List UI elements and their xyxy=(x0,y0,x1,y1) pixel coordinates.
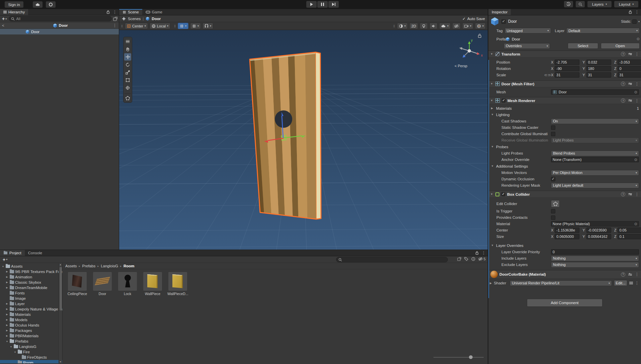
rotation-z-field[interactable]: 0 xyxy=(618,66,641,71)
transform-tool[interactable] xyxy=(124,84,131,91)
gameobject-name[interactable]: Door xyxy=(508,19,517,24)
material-foldout[interactable]: ▶ xyxy=(490,282,492,285)
contribute-gi-checkbox[interactable] xyxy=(551,132,555,136)
breadcrumb-prefabs[interactable]: Prefabs xyxy=(82,264,96,268)
box-collider-header[interactable]: ▼ Box Collider ?⋮ xyxy=(488,191,641,198)
material-menu-icon[interactable]: ⋮ xyxy=(635,281,639,285)
project-menu-icon[interactable]: ⋮ xyxy=(482,251,486,255)
component-enabled-checkbox[interactable] xyxy=(501,192,505,196)
shader-dropdown[interactable]: Universal Render Pipeline/Lit▾ xyxy=(510,280,612,286)
draw-mode-dropdown[interactable]: ▾ xyxy=(397,23,408,29)
orientation-dropdown[interactable]: Local▾ xyxy=(150,23,170,29)
prefab-select-button[interactable]: Select xyxy=(568,43,598,49)
component-menu-icon[interactable]: ⋮ xyxy=(635,192,639,197)
presets-icon[interactable] xyxy=(628,274,632,275)
scale-x-field[interactable]: 31 xyxy=(555,72,579,78)
static-dropdown-icon[interactable]: ▾ xyxy=(638,20,640,23)
scene-lighting-toggle[interactable] xyxy=(420,23,428,29)
hidden-packages-toggle[interactable]: 5 xyxy=(478,257,486,261)
camera-settings-dropdown[interactable]: ▾ xyxy=(462,23,473,29)
motion-vectors-dropdown[interactable]: Per Object Motion▾ xyxy=(551,170,639,176)
step-button[interactable] xyxy=(328,1,339,8)
edit-collider-tool[interactable] xyxy=(124,93,131,102)
scale-link-icon[interactable]: ⊂⊃ xyxy=(544,73,551,77)
tree-item[interactable]: ▼LangloisG xyxy=(0,344,62,349)
foldout-icon[interactable]: ▶ xyxy=(5,286,9,289)
foldout-icon[interactable]: ▶ xyxy=(5,335,9,337)
layout-dropdown[interactable]: Layout▾ xyxy=(614,1,638,7)
search-button[interactable] xyxy=(576,1,585,7)
cast-shadows-dropdown[interactable]: On▾ xyxy=(551,118,639,124)
asset-tile[interactable]: WallPieceD... xyxy=(167,272,188,296)
mesh-field[interactable]: Door ⊙ xyxy=(551,89,639,95)
static-checkbox[interactable] xyxy=(632,19,637,24)
play-button[interactable] xyxy=(306,1,317,8)
foldout-icon[interactable]: ▼ xyxy=(13,351,17,353)
light-probes-dropdown[interactable]: Blend Probes▾ xyxy=(551,151,639,156)
foldout-icon[interactable]: ▼ xyxy=(9,346,13,348)
static-shadow-caster-checkbox[interactable] xyxy=(551,125,555,130)
breadcrumb-scenes[interactable]: Scenes xyxy=(128,17,141,21)
breadcrumb-assets[interactable]: Assets xyxy=(65,264,77,268)
help-icon[interactable]: ? xyxy=(621,192,625,196)
breadcrumb-door[interactable]: Door xyxy=(152,17,161,21)
anchor-override-field[interactable]: None (Transform)⊙ xyxy=(551,157,639,162)
asset-tile[interactable]: Lock xyxy=(117,272,138,296)
tab-hierarchy[interactable]: Hierarchy xyxy=(0,9,28,15)
position-x-field[interactable]: -2.705 xyxy=(555,60,579,65)
tree-item[interactable]: FireObjects xyxy=(0,355,62,360)
tree-item[interactable]: ▶PBRMaterials xyxy=(0,333,62,339)
center-z-field[interactable]: 0.05 xyxy=(618,227,641,233)
tree-item[interactable]: ▶Models xyxy=(0,317,62,323)
undo-history-button[interactable] xyxy=(564,1,573,7)
hierarchy-item-door[interactable]: Door xyxy=(0,29,119,34)
component-menu-icon[interactable]: ⋮ xyxy=(635,82,639,86)
lock-icon[interactable] xyxy=(628,10,632,14)
material-header[interactable]: DoorColorBake (Material) ?⋮ xyxy=(488,270,641,279)
info-icon[interactable] xyxy=(471,257,475,261)
active-checkbox[interactable] xyxy=(501,19,506,24)
tab-project[interactable]: Project xyxy=(0,250,25,256)
view-hand-tool[interactable] xyxy=(124,46,131,53)
is-trigger-checkbox[interactable] xyxy=(551,209,555,213)
foldout-icon[interactable]: ▶ xyxy=(5,276,9,278)
prefab-picker-icon[interactable]: ⊙ xyxy=(637,37,640,41)
tag-dropdown[interactable]: Untagged▾ xyxy=(505,28,551,33)
foldout-icon[interactable]: ▶ xyxy=(5,318,9,321)
center-y-field[interactable]: -0.0023590 xyxy=(586,227,611,233)
presets-icon[interactable] xyxy=(628,100,632,101)
tree-item[interactable]: ▶DreamTeamMobile xyxy=(0,285,62,290)
pivot-dropdown[interactable]: Center▾ xyxy=(125,23,148,29)
tools-menu-button[interactable] xyxy=(124,38,131,45)
hierarchy-search-input[interactable]: All xyxy=(9,16,112,21)
asset-tile[interactable]: WallPiece xyxy=(142,272,163,296)
auto-save-toggle[interactable]: ✓Auto Save xyxy=(462,16,485,21)
tree-scrollbar[interactable]: ▲ ▼ xyxy=(59,263,62,363)
tree-item[interactable]: Fonts xyxy=(0,290,62,296)
cloud-services-button[interactable] xyxy=(33,1,43,8)
scene-audio-toggle[interactable] xyxy=(429,23,437,29)
tab-scene[interactable]: Scene xyxy=(119,9,142,15)
tab-game[interactable]: Game xyxy=(142,9,166,15)
lighting-foldout[interactable]: ▼Lighting xyxy=(488,111,639,118)
prefab-open-button[interactable]: Open xyxy=(601,43,640,49)
foldout-icon[interactable]: ▶ xyxy=(5,308,9,310)
position-y-field[interactable]: 0.032 xyxy=(586,60,611,65)
tree-item[interactable]: ▼Prefabs xyxy=(0,339,62,344)
mesh-renderer-header[interactable]: ▼ Mesh Renderer ?⋮ xyxy=(488,97,641,104)
hierarchy-menu-icon[interactable]: ⋮ xyxy=(113,10,117,14)
component-enabled-checkbox[interactable] xyxy=(502,99,506,103)
inspector-menu-icon[interactable]: ⋮ xyxy=(635,10,639,14)
tree-item[interactable]: ▶Materials xyxy=(0,312,62,317)
grid-snap-toggle[interactable]: ▾ xyxy=(178,23,188,29)
scale-z-field[interactable]: 31 xyxy=(618,72,641,78)
tree-item[interactable]: ▼Assets xyxy=(0,264,62,269)
size-y-field[interactable]: 0.00564162 xyxy=(586,234,611,239)
slider-knob[interactable] xyxy=(469,355,473,359)
material-list-icon[interactable] xyxy=(629,281,633,285)
tab-inspector[interactable]: Inspector xyxy=(488,9,511,15)
lock-icon[interactable] xyxy=(106,10,110,14)
effects-dropdown[interactable]: ▾ xyxy=(439,23,451,29)
layer-dropdown[interactable]: Default▾ xyxy=(566,28,640,33)
asset-tile[interactable]: Door xyxy=(92,272,113,296)
